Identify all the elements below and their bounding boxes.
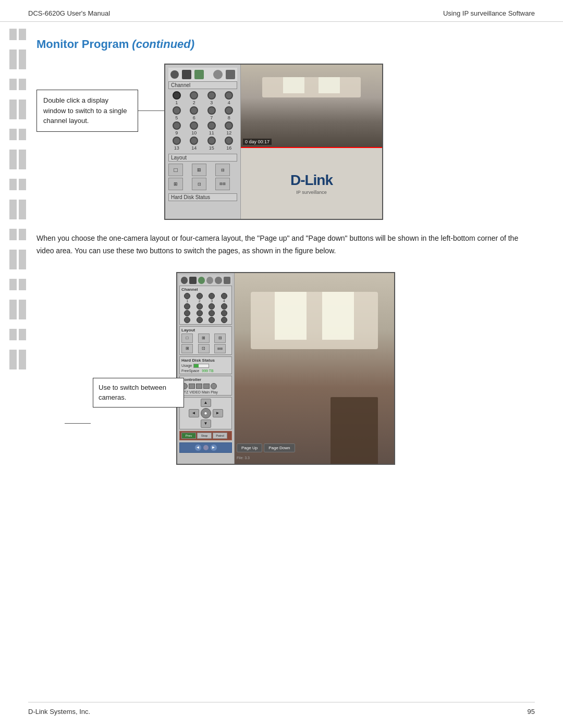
bottom-nav-bar: ◄ ► bbox=[179, 442, 232, 453]
header-right: Using IP surveillance Software bbox=[443, 9, 535, 17]
dlink-sub: IP surveillance bbox=[290, 190, 333, 195]
channel-grid: 1 2 3 4 5 6 7 8 9 10 11 12 13 14 15 16 bbox=[168, 91, 237, 151]
channel-label: Channel bbox=[168, 81, 237, 89]
ch-sel-patrol[interactable]: Patrol bbox=[213, 433, 227, 439]
dlink-brand: D-Link bbox=[290, 172, 333, 189]
hdd-section-2: Hard Disk Status Usage FreeSpace 999 TB bbox=[179, 356, 232, 374]
page-header: DCS-6620G User's Manual Using IP surveil… bbox=[0, 0, 563, 22]
ptz-joystick: ▲ ◄ ● ► ▼ bbox=[179, 397, 232, 429]
layout-section-2: Layout □ ⊞ ⊟ ⊞ ⊡ ⊞⊞ bbox=[179, 326, 232, 355]
dlink-logo-area: D-Link IP surveillance bbox=[241, 148, 382, 219]
footer-right: 95 bbox=[528, 708, 535, 715]
cam-timer: 0 day 00:17 bbox=[243, 139, 272, 145]
panel-right-2: TVSTSon 2011/05/03 3:40 Page Up Page Dow… bbox=[235, 273, 394, 464]
panel-right: 01 2003/12/26 22:45:08 0 day 00:17 D-Lin… bbox=[241, 65, 382, 219]
header-left: DCS-6620G User's Manual bbox=[28, 9, 110, 17]
layout-label: Layout bbox=[168, 154, 237, 162]
footer-left: D-Link Systems, Inc. bbox=[28, 708, 90, 715]
ch-sel-stop[interactable]: Stop bbox=[197, 433, 212, 439]
screenshot-1: Channel 1 2 3 4 5 6 7 8 9 10 11 12 13 14 bbox=[164, 64, 383, 220]
ch-sel-prev[interactable]: Prev bbox=[181, 433, 196, 439]
sidebar-decoration bbox=[9, 29, 26, 378]
section-title: Monitor Program (continued) bbox=[36, 38, 535, 51]
channel-section-2: Channel 1 2 3 4 bbox=[179, 286, 232, 325]
body-text: When you choose the one-camera layout or… bbox=[36, 232, 535, 257]
camera-view-top: 01 2003/12/26 22:45:08 0 day 00:17 bbox=[241, 65, 382, 148]
panel-left-2: Channel 1 2 3 4 bbox=[177, 273, 235, 464]
toolbar-row-2 bbox=[179, 275, 232, 286]
layout-grid: □ ⊞ ⊟ ⊞ ⊡ ⊞⊞ bbox=[168, 164, 237, 190]
callout-1: Double click a display window to switch … bbox=[36, 90, 138, 132]
panel-left: Channel 1 2 3 4 5 6 7 8 9 10 11 12 13 14 bbox=[165, 65, 241, 219]
toolbar-row bbox=[168, 68, 237, 81]
channel-selector[interactable]: Prev Stop Patrol bbox=[179, 431, 232, 440]
main-content: Monitor Program (continued) Double click… bbox=[0, 22, 563, 491]
controller-section: Controller PTZ VIDEO Main Play bbox=[179, 376, 232, 396]
page-footer: D-Link Systems, Inc. 95 bbox=[28, 702, 535, 715]
hdd-label: Hard Disk Status bbox=[168, 193, 237, 201]
screenshot-2: Channel 1 2 3 4 bbox=[176, 272, 395, 465]
